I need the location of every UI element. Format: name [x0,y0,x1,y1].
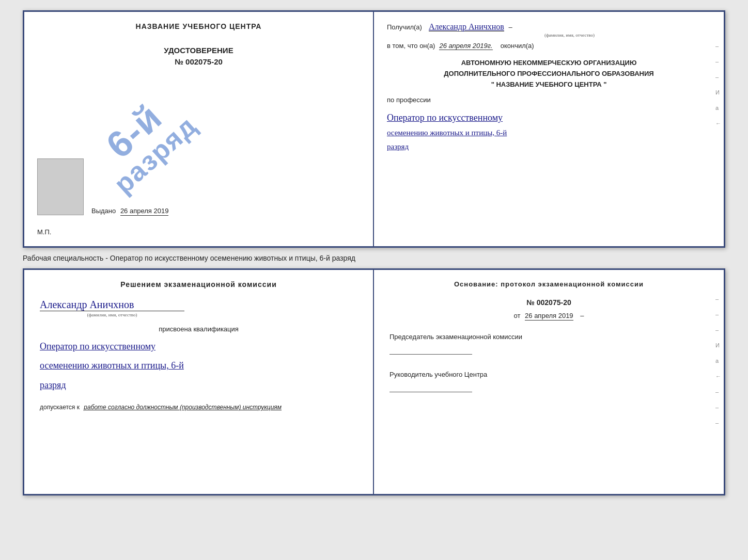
director-block: Руководитель учебного Центра [389,370,708,392]
basis-label: Основание: протокол экзаменационной коми… [389,280,708,288]
stamp-grade: 6-й [85,84,184,178]
chairman-label: Председатель экзаменационной комиссии [389,332,708,342]
top-cert-type: УДОСТОВЕРЕНИЕ [37,46,360,55]
bottom-recipient-name: Александр Аничхнов [40,299,184,311]
chairman-block: Председатель экзаменационной комиссии [389,332,708,355]
bottom-book-right-page: Основание: протокол экзаменационной коми… [374,270,724,494]
profession-text: Оператор по искусственному осеменению жи… [387,109,711,154]
bottom-cert-date: от 26 апреля 2019 – [389,312,708,319]
bottom-right-side-marks: – – – И а ← – – – [715,296,721,426]
director-label: Руководитель учебного Центра [389,370,708,379]
recipient-name: Александр Аничхнов [429,22,504,31]
allowed-label: допускается к работе согласно должностны… [40,404,357,411]
top-cert-number: № 002075-20 [37,57,360,66]
qualification-text: Оператор по искусственному осеменению жи… [40,338,357,393]
profession-label: по профессии [387,95,711,105]
top-book-right-page: Получил(а) Александр Аничхнов – (фамилия… [374,12,724,246]
top-book-left-page: НАЗВАНИЕ УЧЕБНОГО ЦЕНТРА УДОСТОВЕРЕНИЕ №… [24,12,374,246]
bottom-book-left-page: Решением экзаменационной комиссии Алекса… [24,270,374,494]
top-certificate-book: НАЗВАНИЕ УЧЕБНОГО ЦЕНТРА УДОСТОВЕРЕНИЕ №… [23,10,725,248]
bottom-certificate-book: Решением экзаменационной комиссии Алекса… [23,268,725,495]
bottom-name-block: Александр Аничхнов (фамилия, имя, отчест… [40,299,357,317]
right-side-marks: – – – И а ← [715,43,721,126]
bottom-heading: Решением экзаменационной комиссии [40,280,357,289]
top-cert-school-title: НАЗВАНИЕ УЧЕБНОГО ЦЕНТРА [37,22,360,30]
completion-date: 26 апреля 2019г. [439,42,492,50]
specialty-description: Рабочая специальность - Оператор по иску… [23,254,725,262]
mp-label: М.П. [37,228,51,236]
assigned-label: присвоена квалификация [40,325,357,333]
in-that-line: в том, что он(а) 26 апреля 2019г. окончи… [387,42,711,50]
received-line: Получил(а) Александр Аничхнов – [387,22,711,31]
top-cert-issued-label: Выдано 26 апреля 2019 [91,207,168,215]
photo-placeholder [37,158,84,215]
org-name-lines: АВТОНОМНУЮ НЕКОММЕРЧЕСКУЮ ОРГАНИЗАЦИЮ ДО… [387,58,711,90]
chairman-signature-line [389,344,472,355]
stamp-rank: разряд [110,111,202,198]
bottom-cert-number: № 002075-20 [389,298,708,307]
director-signature-line [389,382,472,392]
